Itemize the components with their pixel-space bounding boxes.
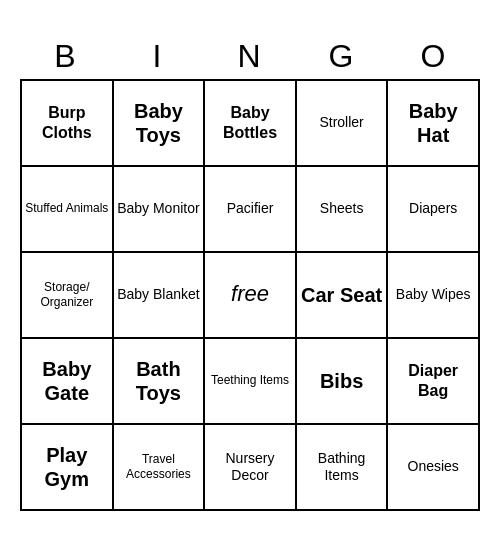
bingo-cell: Diaper Bag [388, 339, 480, 425]
bingo-cell: Baby Monitor [114, 167, 206, 253]
header-letter: O [388, 34, 480, 79]
bingo-card: BINGO Burp ClothsBaby ToysBaby BottlesSt… [20, 34, 480, 511]
bingo-cell: Burp Cloths [22, 81, 114, 167]
bingo-cell: Car Seat [297, 253, 389, 339]
bingo-cell: Baby Wipes [388, 253, 480, 339]
bingo-header: BINGO [20, 34, 480, 79]
header-letter: N [204, 34, 296, 79]
bingo-cell: Baby Toys [114, 81, 206, 167]
bingo-cell: Stuffed Animals [22, 167, 114, 253]
header-letter: B [20, 34, 112, 79]
bingo-cell: Sheets [297, 167, 389, 253]
header-letter: G [296, 34, 388, 79]
bingo-cell: Onesies [388, 425, 480, 511]
bingo-cell: Pacifier [205, 167, 297, 253]
bingo-cell: Teething Items [205, 339, 297, 425]
bingo-cell: Storage/ Organizer [22, 253, 114, 339]
bingo-cell: Bathing Items [297, 425, 389, 511]
bingo-grid: Burp ClothsBaby ToysBaby BottlesStroller… [20, 79, 480, 511]
bingo-cell: free [205, 253, 297, 339]
bingo-cell: Diapers [388, 167, 480, 253]
bingo-cell: Play Gym [22, 425, 114, 511]
header-letter: I [112, 34, 204, 79]
bingo-cell: Travel Accessories [114, 425, 206, 511]
bingo-cell: Baby Hat [388, 81, 480, 167]
bingo-cell: Baby Blanket [114, 253, 206, 339]
bingo-cell: Bibs [297, 339, 389, 425]
bingo-cell: Nursery Decor [205, 425, 297, 511]
bingo-cell: Bath Toys [114, 339, 206, 425]
bingo-cell: Baby Gate [22, 339, 114, 425]
bingo-cell: Stroller [297, 81, 389, 167]
bingo-cell: Baby Bottles [205, 81, 297, 167]
